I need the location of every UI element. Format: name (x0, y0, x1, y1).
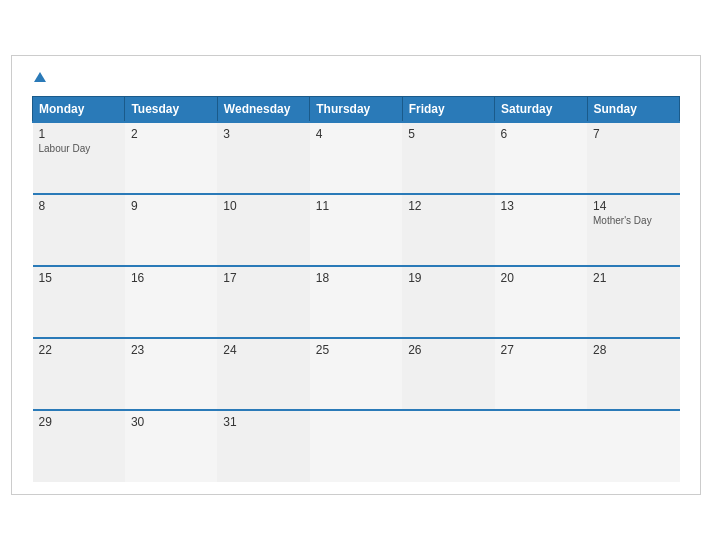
weekday-header-sunday: Sunday (587, 97, 679, 123)
calendar-cell: 6 (495, 122, 587, 194)
weekday-header-tuesday: Tuesday (125, 97, 217, 123)
calendar-cell: 9 (125, 194, 217, 266)
calendar-cell: 24 (217, 338, 309, 410)
day-number: 16 (131, 271, 211, 285)
weekday-header-monday: Monday (33, 97, 125, 123)
calendar-cell: 7 (587, 122, 679, 194)
calendar-cell: 23 (125, 338, 217, 410)
calendar-cell: 13 (495, 194, 587, 266)
day-number: 22 (39, 343, 119, 357)
logo-triangle-icon (34, 72, 46, 82)
day-number: 24 (223, 343, 303, 357)
calendar-cell: 17 (217, 266, 309, 338)
day-number: 6 (501, 127, 581, 141)
calendar-cell: 22 (33, 338, 125, 410)
calendar-header (32, 72, 680, 82)
calendar-cell: 12 (402, 194, 494, 266)
day-number: 9 (131, 199, 211, 213)
day-number: 10 (223, 199, 303, 213)
day-number: 4 (316, 127, 396, 141)
day-number: 11 (316, 199, 396, 213)
day-number: 17 (223, 271, 303, 285)
calendar-cell: 19 (402, 266, 494, 338)
day-number: 1 (39, 127, 119, 141)
calendar-container: MondayTuesdayWednesdayThursdayFridaySatu… (11, 55, 701, 495)
calendar-cell: 14Mother's Day (587, 194, 679, 266)
week-row-2: 891011121314Mother's Day (33, 194, 680, 266)
day-number: 3 (223, 127, 303, 141)
calendar-cell (495, 410, 587, 482)
calendar-cell: 11 (310, 194, 402, 266)
calendar-cell (587, 410, 679, 482)
calendar-cell: 26 (402, 338, 494, 410)
calendar-table: MondayTuesdayWednesdayThursdayFridaySatu… (32, 96, 680, 482)
calendar-cell: 10 (217, 194, 309, 266)
calendar-cell: 8 (33, 194, 125, 266)
day-number: 28 (593, 343, 673, 357)
day-number: 29 (39, 415, 119, 429)
calendar-cell: 3 (217, 122, 309, 194)
event-label: Mother's Day (593, 215, 673, 226)
weekday-header-saturday: Saturday (495, 97, 587, 123)
day-number: 14 (593, 199, 673, 213)
logo (32, 72, 46, 82)
day-number: 26 (408, 343, 488, 357)
day-number: 31 (223, 415, 303, 429)
day-number: 8 (39, 199, 119, 213)
day-number: 7 (593, 127, 673, 141)
week-row-4: 22232425262728 (33, 338, 680, 410)
day-number: 2 (131, 127, 211, 141)
day-number: 23 (131, 343, 211, 357)
week-row-1: 1Labour Day234567 (33, 122, 680, 194)
day-number: 30 (131, 415, 211, 429)
calendar-cell: 2 (125, 122, 217, 194)
calendar-cell: 31 (217, 410, 309, 482)
calendar-cell: 27 (495, 338, 587, 410)
calendar-cell: 5 (402, 122, 494, 194)
calendar-cell: 15 (33, 266, 125, 338)
calendar-cell: 30 (125, 410, 217, 482)
weekday-header-wednesday: Wednesday (217, 97, 309, 123)
calendar-cell: 4 (310, 122, 402, 194)
week-row-5: 293031 (33, 410, 680, 482)
calendar-cell: 20 (495, 266, 587, 338)
calendar-cell (310, 410, 402, 482)
weekday-header-row: MondayTuesdayWednesdayThursdayFridaySatu… (33, 97, 680, 123)
weekday-header-thursday: Thursday (310, 97, 402, 123)
day-number: 13 (501, 199, 581, 213)
day-number: 18 (316, 271, 396, 285)
calendar-cell (402, 410, 494, 482)
day-number: 15 (39, 271, 119, 285)
calendar-cell: 28 (587, 338, 679, 410)
day-number: 27 (501, 343, 581, 357)
week-row-3: 15161718192021 (33, 266, 680, 338)
day-number: 21 (593, 271, 673, 285)
day-number: 19 (408, 271, 488, 285)
calendar-cell: 16 (125, 266, 217, 338)
day-number: 20 (501, 271, 581, 285)
day-number: 5 (408, 127, 488, 141)
calendar-cell: 29 (33, 410, 125, 482)
day-number: 12 (408, 199, 488, 213)
event-label: Labour Day (39, 143, 119, 154)
calendar-cell: 25 (310, 338, 402, 410)
day-number: 25 (316, 343, 396, 357)
calendar-cell: 1Labour Day (33, 122, 125, 194)
calendar-cell: 18 (310, 266, 402, 338)
calendar-cell: 21 (587, 266, 679, 338)
weekday-header-friday: Friday (402, 97, 494, 123)
